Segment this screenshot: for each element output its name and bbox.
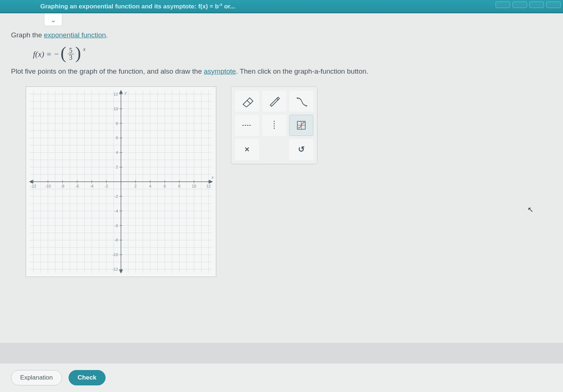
svg-text:12: 12 — [114, 92, 118, 96]
svg-marker-53 — [119, 270, 122, 273]
svg-text:-6: -6 — [76, 184, 79, 188]
exponential-function-link[interactable]: exponential function — [44, 31, 106, 39]
svg-text:12: 12 — [206, 184, 211, 188]
section-toggle[interactable]: ⌄ — [44, 14, 62, 26]
chevron-down-icon: ⌄ — [50, 15, 56, 24]
prompt-text: Graph the exponential function. — [11, 31, 552, 39]
title-bar: Graphing an exponential function and its… — [0, 0, 563, 13]
footer-bar: Explanation Check — [0, 363, 563, 392]
svg-text:-4: -4 — [90, 184, 93, 188]
vertical-asymptote-tool[interactable] — [262, 115, 286, 136]
svg-text:8: 8 — [178, 184, 180, 188]
svg-text:8: 8 — [116, 121, 118, 126]
svg-text:4: 4 — [116, 150, 118, 155]
window-controls — [496, 1, 563, 8]
horizontal-asymptote-icon — [240, 119, 254, 132]
svg-text:x: x — [211, 175, 214, 180]
svg-text:×: × — [297, 97, 298, 100]
svg-text:-10: -10 — [45, 184, 51, 188]
vertical-asymptote-icon — [268, 119, 281, 132]
graph-canvas[interactable]: -12 -10 -8 -6 -4 -2 2 4 6 8 10 12 2 4 — [26, 86, 216, 277]
undo-tool[interactable]: ↺ — [289, 139, 313, 160]
svg-text:-12: -12 — [30, 184, 36, 188]
asymptote-link[interactable]: asymptote — [204, 67, 236, 75]
tool-palette: ×× x × ↺ — [231, 86, 317, 164]
eraser-icon — [240, 95, 254, 108]
svg-text:×: × — [305, 104, 307, 108]
eraser-tool[interactable] — [235, 90, 259, 112]
cursor-icon: ↖ — [527, 205, 534, 214]
svg-text:6: 6 — [163, 184, 166, 188]
curve-tool[interactable]: ×× — [289, 90, 313, 112]
explanation-button[interactable]: Explanation — [11, 370, 62, 385]
check-button[interactable]: Check — [69, 370, 106, 385]
function-formula: f(x) = − ( 5 3 ) x — [33, 47, 552, 61]
svg-marker-51 — [30, 180, 33, 183]
curve-icon: ×× — [295, 95, 308, 108]
svg-text:2: 2 — [116, 165, 118, 169]
svg-marker-50 — [209, 180, 212, 183]
close-icon: × — [245, 145, 250, 154]
graph-function-tool[interactable]: x — [289, 115, 313, 136]
svg-text:-2: -2 — [104, 184, 108, 188]
title-text: Graphing an exponential function and its… — [40, 2, 235, 10]
window-min-button[interactable] — [496, 1, 510, 8]
svg-text:10: 10 — [192, 184, 196, 188]
svg-text:-2: -2 — [114, 194, 118, 199]
svg-text:10: 10 — [114, 107, 118, 111]
window-close-button[interactable] — [546, 1, 561, 8]
undo-icon: ↺ — [298, 145, 305, 154]
svg-text:-10: -10 — [112, 252, 118, 257]
instruction-text: Plot five points on the graph of the fun… — [11, 67, 552, 75]
pencil-tool[interactable] — [262, 90, 286, 112]
horizontal-asymptote-tool[interactable] — [235, 115, 259, 136]
svg-text:x: x — [303, 120, 305, 123]
svg-marker-52 — [119, 90, 122, 93]
graph-function-icon: x — [295, 119, 308, 132]
svg-text:-12: -12 — [112, 267, 118, 271]
svg-text:-8: -8 — [114, 238, 118, 242]
svg-text:-4: -4 — [114, 209, 118, 213]
pencil-icon — [268, 95, 281, 108]
window-restore-button[interactable] — [529, 1, 544, 8]
clear-tool[interactable]: × — [235, 139, 259, 160]
svg-text:6: 6 — [116, 136, 118, 140]
svg-text:2: 2 — [135, 184, 137, 188]
content-area: ⌄ Graph the exponential function. f(x) =… — [0, 13, 563, 343]
window-max-button[interactable] — [512, 1, 527, 8]
svg-text:-6: -6 — [114, 223, 118, 228]
svg-text:-8: -8 — [61, 184, 65, 188]
svg-text:4: 4 — [149, 184, 151, 188]
